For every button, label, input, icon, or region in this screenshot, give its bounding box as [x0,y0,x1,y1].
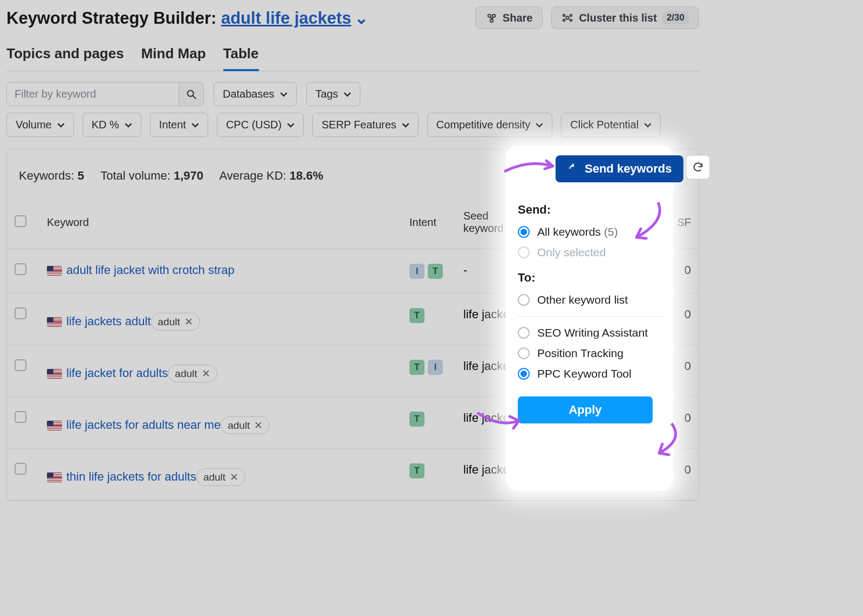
send-heading: Send: [518,203,663,217]
svg-point-5 [570,15,572,17]
chevron-down-icon[interactable]: ⌄ [354,9,368,28]
keyword-filter [6,82,204,106]
chevron-down-icon [280,91,287,98]
radio-other-list[interactable]: Other keyword list [518,293,663,306]
serp-label: SERP Features [321,119,396,131]
tag-remove-icon[interactable]: ✕ [202,367,210,380]
chevron-down-icon [57,121,65,129]
flag-us-icon [47,317,62,327]
svg-point-2 [490,19,494,23]
tag-remove-icon[interactable]: ✕ [254,419,263,432]
keyword-link[interactable]: life jackets for adults near me [66,418,221,432]
intent-badge-t: T [428,264,443,279]
share-button[interactable]: Share [475,6,543,29]
chevron-down-icon [536,121,543,129]
radio-ppc-tool[interactable]: PPC Keyword Tool [518,367,663,380]
radio-icon [518,247,530,258]
radio-icon [518,368,530,380]
row-checkbox[interactable] [15,307,26,319]
chevron-down-icon [344,91,351,98]
databases-dropdown[interactable]: Databases [214,82,297,106]
radio-only-label: Only selected [537,246,606,259]
radio-all-label: All keywords [537,225,601,238]
select-all-checkbox[interactable] [15,215,26,227]
keyword-tag[interactable]: adult ✕ [168,365,217,382]
cpc-filter[interactable]: CPC (USD) [217,113,304,137]
radio-all-keywords[interactable]: All keywords (5) [518,225,663,238]
intent-label: Intent [159,119,186,131]
chevron-down-icon [287,121,294,129]
keyword-tag[interactable]: adult ✕ [151,313,200,331]
cluster-icon [561,12,573,24]
radio-icon [518,347,530,359]
keyword-link[interactable]: adult life jacket with crotch strap [66,263,235,277]
tag-remove-icon[interactable]: ✕ [184,316,193,328]
radio-seo-label: SEO Writing Assistant [537,326,648,339]
cluster-button[interactable]: Cluster this list 2/30 [551,6,699,29]
radio-all-count: (5) [604,225,618,238]
keyword-link[interactable]: life jacket for adults [66,366,168,380]
kd-filter[interactable]: KD % [83,113,141,137]
svg-point-4 [563,15,565,17]
radio-seo-writing[interactable]: SEO Writing Assistant [518,326,663,339]
search-icon [186,88,197,100]
cpc-label: CPC (USD) [226,119,282,131]
density-label: Competitive density [436,119,531,131]
keyword-link[interactable]: thin life jackets for adults [66,470,196,483]
density-filter[interactable]: Competitive density [427,113,553,137]
chevron-down-icon [125,121,132,129]
tags-label: Tags [316,88,338,100]
tab-mindmap[interactable]: Mind Map [141,39,206,71]
flag-us-icon [47,473,62,482]
row-checkbox[interactable] [15,463,26,475]
databases-label: Databases [223,88,275,100]
chevron-down-icon [191,121,199,129]
intent-badge-t: T [409,463,424,478]
refresh-icon [692,161,704,173]
refresh-button[interactable] [686,155,710,179]
tag-remove-icon[interactable]: ✕ [230,471,238,483]
col-keyword[interactable]: Keyword [39,202,402,249]
cluster-count: 2/30 [662,11,689,24]
row-checkbox[interactable] [15,359,26,371]
share-icon [485,12,497,24]
send-arrow-icon [567,163,579,175]
separator [518,316,663,317]
apply-button[interactable]: Apply [518,396,653,423]
search-button[interactable] [179,83,203,106]
keyword-link[interactable]: life jackets adult [66,314,151,328]
svg-point-8 [187,90,193,96]
flag-us-icon [47,369,62,379]
keyword-tag[interactable]: adult ✕ [221,416,270,434]
tab-table[interactable]: Table [223,39,259,71]
keyword-filter-input[interactable] [7,83,179,106]
row-checkbox[interactable] [15,411,26,423]
intent-badge-t: T [409,360,424,375]
volume-label: Volume [16,119,52,131]
send-keywords-button[interactable]: Send keywords [556,155,683,182]
intent-badge-i: I [428,360,443,375]
flag-us-icon [47,421,62,430]
chevron-down-icon [644,121,652,129]
summary-text: Keywords: 5 Total volume: 1,970 Average … [19,169,323,183]
volume-filter[interactable]: Volume [6,113,74,137]
intent-filter[interactable]: Intent [150,113,208,137]
send-label: Send keywords [585,162,672,176]
click-potential-filter[interactable]: Click Potential [561,113,661,137]
svg-point-7 [570,19,572,22]
tags-dropdown[interactable]: Tags [306,82,360,106]
kd-label: KD % [92,119,119,131]
tab-topics[interactable]: Topics and pages [6,39,124,71]
send-keywords-panel: Send: All keywords (5) Only selected To:… [518,194,663,423]
intent-badge-t: T [409,308,424,323]
keyword-tag[interactable]: adult ✕ [196,468,245,486]
page-title: Keyword Strategy Builder: adult life jac… [6,8,368,28]
title-keyword-link[interactable]: adult life jackets [221,9,351,28]
serp-filter[interactable]: SERP Features [312,113,419,137]
radio-ppc-label: PPC Keyword Tool [537,367,632,380]
flag-us-icon [47,266,62,276]
intent-badge-t: T [409,412,424,427]
radio-position-tracking[interactable]: Position Tracking [518,347,663,360]
row-checkbox[interactable] [15,263,26,275]
col-intent[interactable]: Intent [402,202,456,249]
